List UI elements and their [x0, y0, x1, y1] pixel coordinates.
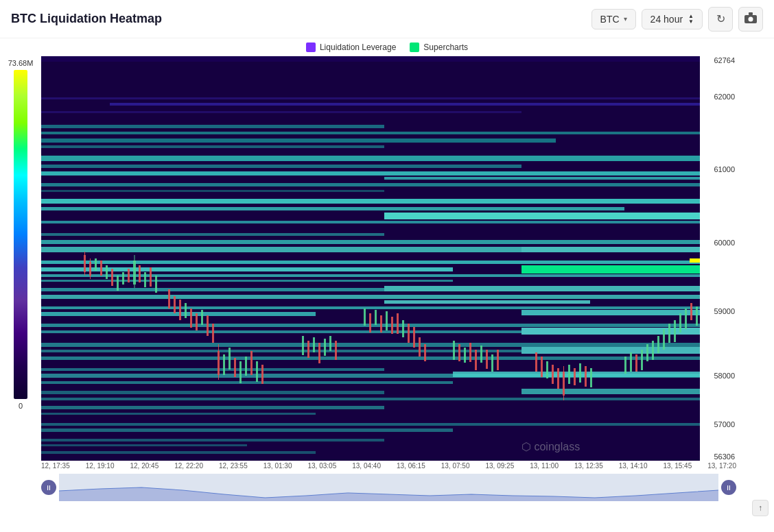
svg-rect-20	[384, 213, 700, 219]
btc-label: BTC	[600, 14, 620, 25]
svg-rect-138	[635, 354, 637, 372]
scale-gradient-bar	[14, 70, 27, 399]
svg-rect-101	[329, 336, 331, 351]
x-label-10: 13, 09:25	[486, 462, 515, 470]
svg-rect-44	[521, 347, 700, 354]
pause-icon-right: ⏸	[725, 484, 732, 492]
svg-rect-141	[652, 341, 654, 360]
svg-rect-15	[384, 177, 700, 180]
svg-rect-121	[486, 350, 488, 369]
svg-rect-9	[41, 132, 700, 134]
camera-button[interactable]	[738, 7, 763, 32]
y-axis: 62764 62000 61000 60000 59000 58000 5700…	[700, 56, 738, 461]
svg-rect-8	[41, 125, 384, 128]
refresh-button[interactable]: ↻	[708, 7, 733, 32]
svg-rect-84	[207, 315, 209, 336]
svg-rect-49	[41, 381, 453, 384]
mini-chart-row: ⏸ ⏸	[41, 474, 736, 501]
svg-rect-12	[41, 156, 700, 161]
svg-rect-75	[150, 267, 152, 287]
svg-rect-37	[41, 312, 316, 316]
leverage-label: Liquidation Leverage	[320, 43, 396, 52]
svg-rect-4	[41, 56, 700, 62]
svg-rect-135	[590, 368, 592, 387]
svg-rect-52	[41, 398, 700, 400]
svg-rect-11	[41, 145, 384, 148]
scale-max-label: 73.68M	[8, 59, 34, 67]
svg-rect-56	[41, 428, 453, 432]
svg-rect-131	[568, 365, 570, 384]
y-label-62000: 62000	[714, 93, 735, 101]
svg-rect-77	[168, 289, 170, 309]
svg-rect-94	[256, 361, 258, 382]
svg-rect-83	[201, 310, 203, 325]
svg-rect-85	[212, 324, 214, 343]
svg-rect-21	[41, 221, 700, 223]
svg-rect-134	[585, 366, 587, 387]
mini-chart-svg	[59, 474, 718, 501]
x-label-0: 12, 17:35	[41, 462, 70, 470]
time-spinner-icon: ▲ ▼	[688, 14, 694, 25]
heatmap-canvas[interactable]: ⬡ coinglass	[41, 56, 700, 461]
svg-rect-92	[245, 356, 247, 376]
time-selector[interactable]: 24 hour ▲ ▼	[642, 9, 703, 29]
svg-rect-98	[313, 337, 315, 352]
svg-rect-29	[690, 258, 700, 263]
pause-icon-left: ⏸	[45, 484, 52, 492]
svg-rect-99	[318, 343, 320, 363]
btc-chevron-icon: ▾	[624, 15, 627, 23]
svg-rect-2	[749, 12, 753, 15]
svg-rect-34	[41, 295, 700, 299]
svg-rect-48	[453, 372, 700, 377]
svg-rect-111	[408, 324, 410, 343]
svg-rect-14	[41, 171, 700, 176]
svg-rect-96	[302, 336, 304, 355]
svg-rect-82	[196, 313, 198, 330]
svg-rect-79	[179, 300, 181, 320]
x-label-15: 13, 17:20	[707, 462, 736, 470]
svg-rect-40	[41, 330, 521, 333]
supercharts-label: Supercharts	[423, 43, 468, 52]
svg-rect-119	[475, 350, 477, 370]
y-label-56306: 56306	[714, 452, 735, 461]
svg-rect-126	[546, 361, 548, 378]
svg-rect-17	[41, 190, 384, 192]
svg-rect-35	[384, 300, 590, 304]
mini-chart[interactable]	[59, 474, 718, 501]
x-label-1: 12, 19:10	[86, 462, 115, 470]
svg-rect-31	[41, 280, 453, 282]
svg-rect-147	[685, 309, 687, 329]
x-label-3: 12, 22:20	[174, 462, 203, 470]
main-chart-row: 73.68M 0	[0, 56, 774, 461]
heatmap-svg: ⬡ coinglass	[41, 56, 700, 461]
scroll-up-button[interactable]: ↑	[752, 500, 769, 516]
svg-rect-43	[41, 350, 521, 352]
header: BTC Liquidation Heatmap BTC ▾ 24 hour ▲ …	[0, 0, 774, 38]
svg-rect-58	[41, 444, 247, 446]
svg-rect-139	[641, 350, 643, 370]
x-label-11: 13, 11:00	[530, 462, 559, 470]
svg-rect-106	[380, 315, 382, 332]
left-pause-button[interactable]: ⏸	[41, 480, 56, 495]
right-pause-button[interactable]: ⏸	[721, 480, 736, 495]
svg-rect-57	[41, 439, 384, 442]
x-axis: 12, 17:35 12, 19:10 12, 20:45 12, 22:20 …	[41, 461, 736, 471]
svg-rect-132	[574, 368, 576, 385]
svg-point-1	[749, 16, 753, 21]
svg-rect-38	[521, 310, 700, 315]
svg-rect-105	[375, 310, 377, 325]
svg-rect-112	[413, 327, 415, 348]
svg-rect-50	[41, 391, 384, 394]
svg-rect-93	[250, 351, 253, 375]
camera-icon	[744, 12, 757, 26]
svg-rect-81	[190, 309, 192, 328]
x-label-4: 12, 23:55	[219, 462, 248, 470]
svg-rect-65	[100, 261, 102, 276]
btc-selector[interactable]: BTC ▾	[591, 9, 636, 29]
scale-min-label: 0	[19, 402, 23, 410]
svg-rect-145	[674, 320, 676, 342]
y-label-59000: 59000	[714, 307, 735, 315]
svg-rect-122	[491, 354, 493, 372]
svg-rect-118	[469, 343, 471, 362]
x-label-14: 13, 15:45	[664, 462, 692, 470]
